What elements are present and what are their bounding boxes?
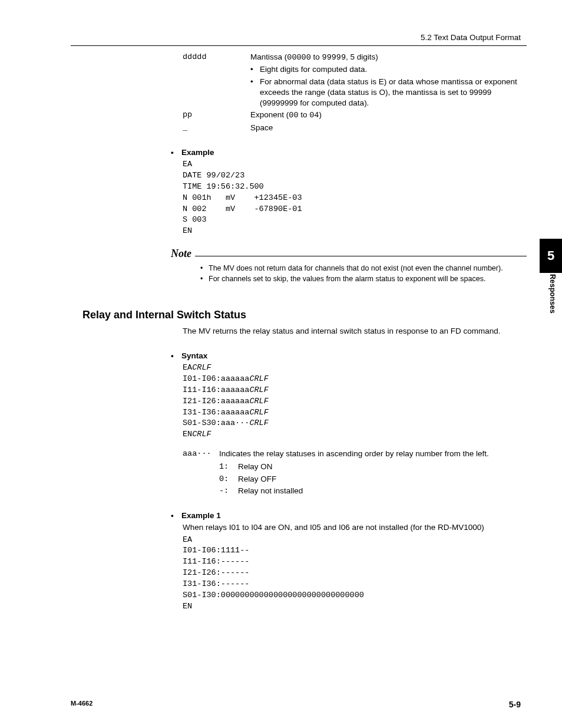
code-val: Relay OFF [238, 474, 527, 485]
heading-text: Example [181, 148, 214, 157]
code: S01-S30:aaa··· [183, 419, 249, 427]
def-value: Exponent (00 to 04) [250, 110, 527, 121]
heading-text: Syntax [181, 351, 207, 360]
code-italic: CRLF [192, 363, 211, 372]
section-header: 5.2 Text Data Output Format [71, 32, 527, 45]
note-rule [195, 256, 527, 256]
def-value: Mantissa (00000 to 99999, 5 digits) •Eig… [250, 52, 527, 108]
example-code: EA DATE 99/02/23 TIME 19:56:32.500 N 001… [183, 159, 527, 237]
text: ) [319, 110, 322, 119]
content-column: ddddd Mantissa (00000 to 99999, 5 digits… [71, 52, 527, 612]
definition-space: _ Space [183, 123, 527, 133]
code: EA [183, 363, 192, 372]
def-key: aaa··· [183, 449, 219, 459]
bullet-text: For abnormal data (data status is E) or … [260, 77, 527, 109]
code: I01-I06:aaaaaa [183, 374, 249, 383]
example-heading: •Example [171, 147, 527, 158]
heading-text: Example 1 [181, 511, 221, 520]
code-italic: CRLF [249, 408, 268, 417]
code-key: -: [219, 486, 238, 496]
code: 99999 [322, 53, 346, 62]
bullet-icon: • [250, 77, 260, 109]
example1-code: EA I01-I06:1111-- I11-I16:------ I21-I26… [183, 535, 527, 612]
definition-ddddd: ddddd Mantissa (00000 to 99999, 5 digits… [183, 52, 527, 108]
example1-heading: •Example 1 [171, 510, 527, 521]
chapter-tab: 5 [540, 239, 562, 273]
aaa-definition: aaa··· Indicates the relay statuses in a… [183, 449, 527, 459]
code: I31-I36:aaaaaa [183, 408, 249, 417]
note-text: For channels set to skip, the values fro… [209, 274, 527, 284]
code-italic: CRLF [249, 374, 268, 383]
def-key: pp [183, 110, 250, 121]
note-text: The MV does not return data for channels… [209, 263, 527, 274]
def-value: Indicates the relay statuses in ascendin… [219, 449, 527, 459]
chapter-tab-label: Responses [547, 274, 557, 314]
relay-status-table: 1:Relay ON 0:Relay OFF -:Relay not insta… [183, 462, 527, 496]
note-list: •The MV does not return data for channel… [183, 263, 527, 285]
note-heading: Note [171, 246, 527, 261]
def-key: ddddd [183, 52, 250, 108]
bullet-text: Eight digits for computed data. [260, 64, 527, 75]
bullet-icon: • [200, 263, 209, 274]
syntax-heading: •Syntax [171, 351, 527, 361]
text: Mantissa ( [250, 52, 287, 61]
code: EN [183, 430, 192, 439]
code-italic: CRLF [192, 430, 211, 439]
relay-heading: Relay and Internal Switch Status [82, 308, 527, 322]
text: , 5 digits) [346, 52, 378, 61]
footer-doc-id: M-4662 [71, 699, 92, 710]
code: I21-I26:aaaaaa [183, 397, 249, 406]
footer: M-4662 5-9 [71, 699, 521, 710]
code-val: Relay ON [238, 462, 527, 472]
example1-para: When relays I01 to I04 are ON, and I05 a… [183, 522, 527, 533]
bullet-icon: • [250, 64, 260, 75]
code: I11-I16:aaaaaa [183, 386, 249, 394]
text: Exponent ( [250, 110, 289, 119]
text: to [311, 52, 322, 61]
def-key: _ [183, 123, 250, 133]
header-rule [71, 45, 527, 46]
footer-page-number: 5-9 [509, 699, 521, 710]
code-italic: CRLF [249, 419, 268, 427]
code-key: 1: [219, 462, 238, 472]
code-italic: CRLF [249, 397, 268, 406]
code: 00 [289, 111, 298, 120]
code: 04 [309, 111, 319, 120]
note-title: Note [171, 246, 191, 261]
relay-paragraph: The MV returns the relay status and inte… [183, 326, 527, 337]
definition-pp: pp Exponent (00 to 04) [183, 110, 527, 121]
bullet-list: •Eight digits for computed data. •For ab… [250, 64, 527, 108]
page: 5.2 Text Data Output Format ddddd Mantis… [0, 0, 562, 728]
code-key: 0: [219, 474, 238, 485]
def-value: Space [250, 123, 527, 133]
syntax-code: EACRLF I01-I06:aaaaaaCRLF I11-I16:aaaaaa… [183, 363, 527, 440]
code-val: Relay not installed [238, 486, 527, 496]
text: to [299, 110, 310, 119]
code: 00000 [287, 53, 311, 62]
bullet-icon: • [200, 274, 209, 284]
code-italic: CRLF [249, 386, 268, 394]
